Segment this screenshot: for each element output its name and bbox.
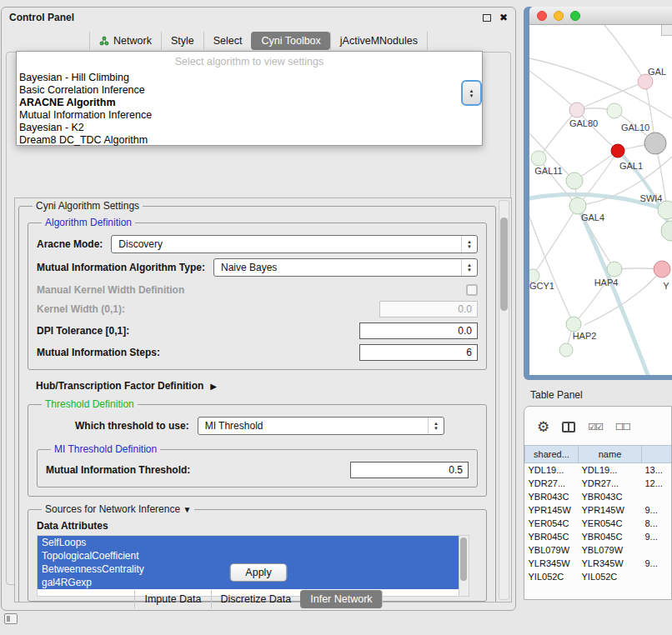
mi-threshold-definition-title: MI Threshold Definition	[51, 443, 160, 455]
algorithm-option[interactable]: Mutual Information Inference	[17, 109, 482, 122]
mi-algorithm-type-select[interactable]: Naive Bayes	[213, 258, 478, 277]
manual-kernel-row: Manual Kernel Width Definition	[37, 284, 478, 296]
show-panel-icon[interactable]	[4, 613, 18, 624]
close-traffic-light[interactable]	[537, 11, 547, 21]
unchecked-pair-icon[interactable]: ☐☐	[615, 422, 630, 432]
attribute-list-item[interactable]: SelfLoops	[38, 536, 459, 549]
scroll-corner[interactable]	[661, 25, 672, 36]
network-node[interactable]	[566, 172, 583, 189]
mi-threshold-field[interactable]: 0.5	[350, 462, 469, 478]
column-header-name[interactable]: name	[579, 446, 642, 463]
tab-style[interactable]: Style	[161, 32, 203, 50]
table-row[interactable]: YBR043CYBR043C	[525, 490, 672, 503]
float-window-icon[interactable]	[483, 14, 491, 22]
network-node[interactable]	[607, 103, 622, 118]
kernel-width-field[interactable]: 0.0	[379, 301, 478, 318]
table-cell: 9...	[642, 530, 672, 543]
mi-steps-label: Mutual Information Steps:	[37, 347, 160, 358]
network-node[interactable]	[654, 261, 670, 278]
network-node[interactable]	[569, 198, 586, 214]
network-node[interactable]	[531, 151, 546, 166]
control-panel-tabs: Network Style Select Cyni Toolbox jActiv…	[2, 31, 515, 51]
table-cell: YDL19...	[579, 463, 642, 477]
mi-threshold-row: Mutual Information Threshold: 0.5	[46, 462, 469, 478]
network-edge	[604, 25, 645, 82]
network-node-label: GCY1	[529, 281, 554, 291]
tab-label: jActiveMNodules	[340, 35, 418, 47]
column-header-shared-name[interactable]: shared...	[525, 446, 579, 463]
column-header-third[interactable]	[642, 446, 672, 463]
close-icon[interactable]: ✖	[499, 12, 508, 22]
algorithm-option[interactable]: ARACNE Algorithm	[17, 97, 482, 109]
tab-discretize-data[interactable]: Discretize Data	[211, 590, 301, 608]
which-threshold-select[interactable]: MI Threshold	[198, 417, 444, 435]
table-cell: 9...	[642, 557, 672, 570]
hub-transcription-factor-section[interactable]: Hub/Transcription Factor Definition ▶	[36, 380, 487, 392]
tab-impute-data[interactable]: Impute Data	[134, 590, 210, 608]
tab-cyni-toolbox[interactable]: Cyni Toolbox	[251, 32, 329, 50]
apply-button[interactable]: Apply	[230, 563, 288, 582]
table-cell: 13...	[642, 463, 672, 477]
hub-section-label: Hub/Transcription Factor Definition	[36, 380, 203, 392]
tab-infer-network[interactable]: Infer Network	[300, 590, 382, 608]
attribute-list-item[interactable]: TopologicalCoefficient	[38, 549, 459, 562]
table-cell: YDR27...	[525, 477, 579, 490]
node-table: shared... name YDL19...YDL19...13...YDR2…	[524, 445, 672, 583]
network-canvas[interactable]: GALGAL80GAL10GAL1GAL11SWI4GAL4GCY1HAP4YH…	[529, 25, 672, 375]
table-row[interactable]: YPR145WYPR145W9...	[525, 503, 672, 517]
collapse-down-icon[interactable]: ▼	[183, 505, 191, 514]
tab-select[interactable]: Select	[203, 32, 252, 50]
settings-scrollbar[interactable]	[499, 200, 509, 600]
expand-right-icon[interactable]: ▶	[210, 382, 217, 391]
table-panel-body: ⚙ ☑☑ ☐☐ shared... name YDL19...YDL19...1…	[524, 406, 672, 600]
table-row[interactable]: YER054CYER054C8...	[525, 517, 672, 530]
table-cell: 12...	[642, 477, 672, 490]
tab-network[interactable]: Network	[89, 32, 161, 50]
aracne-mode-select[interactable]: Discovery	[111, 235, 478, 253]
gear-icon[interactable]: ⚙	[537, 420, 549, 434]
table-row[interactable]: YBL079WYBL079W	[525, 543, 672, 557]
mi-steps-field[interactable]: 6	[359, 344, 478, 361]
table-cell: YBL079W	[525, 543, 579, 557]
network-node[interactable]	[607, 262, 622, 277]
threshold-definition-group: Threshold Definition Which threshold to …	[28, 398, 487, 497]
table-row[interactable]: YLR345WYLR345W9...	[525, 557, 672, 570]
zoom-traffic-light[interactable]	[570, 11, 580, 21]
network-node[interactable]	[559, 343, 573, 357]
dpi-tolerance-label: DPI Tolerance [0,1]:	[37, 325, 129, 337]
network-node-label: Y	[663, 281, 669, 291]
table-toolbar: ⚙ ☑☑ ☐☐	[524, 407, 671, 445]
network-node[interactable]	[661, 221, 672, 241]
attributes-scrollbar[interactable]	[459, 536, 469, 596]
network-node[interactable]	[644, 132, 666, 154]
algorithm-option[interactable]: Bayesian - K2	[17, 122, 482, 134]
algorithm-option[interactable]: Basic Correlation Inference	[17, 84, 482, 97]
algorithm-option[interactable]: Bayesian - Hill Climbing	[17, 72, 482, 84]
network-node-label: GAL1	[619, 161, 643, 171]
cyni-bottom-tabs: Impute Data Discretize Data Infer Networ…	[2, 590, 515, 608]
columns-icon[interactable]	[562, 422, 575, 432]
table-row[interactable]: YDL19...YDL19...13...	[525, 463, 672, 477]
scrollbar-thumb[interactable]	[500, 218, 508, 311]
checked-pair-icon[interactable]: ☑☑	[588, 422, 603, 432]
network-node[interactable]	[658, 201, 672, 219]
network-window-titlebar[interactable]	[529, 7, 672, 25]
tab-label: Cyni Toolbox	[261, 35, 320, 47]
tab-jactivemnodules[interactable]: jActiveMNodules	[330, 32, 428, 50]
network-node[interactable]	[566, 317, 581, 332]
table-row[interactable]: YDR27...YDR27...12...	[525, 477, 672, 490]
algorithm-dropdown-prompt: Select algorithm to view settings	[17, 52, 482, 72]
network-node[interactable]	[611, 144, 624, 158]
table-row[interactable]: YIL052CYIL052C	[525, 570, 672, 583]
algorithm-option[interactable]: Dream8 DC_TDC Algorithm	[17, 134, 482, 147]
manual-kernel-width-checkbox[interactable]	[466, 284, 478, 296]
algorithm-combo-arrow-button[interactable]	[461, 80, 482, 106]
minimize-traffic-light[interactable]	[554, 11, 564, 21]
scrollbar-thumb[interactable]	[460, 538, 467, 581]
dpi-tolerance-field[interactable]: 0.0	[359, 322, 478, 339]
table-row[interactable]: YBR045CYBR045C9...	[525, 530, 672, 543]
network-node[interactable]	[569, 102, 584, 118]
sources-title[interactable]: Sources for Network Inference ▼	[42, 503, 194, 515]
table-cell: YBR043C	[525, 490, 579, 503]
table-cell	[642, 490, 672, 503]
